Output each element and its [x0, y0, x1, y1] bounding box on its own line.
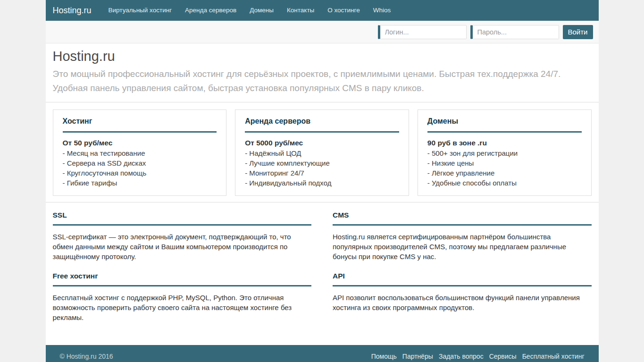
- info-sections: SSL SSL-сертификат — это электронный док…: [46, 202, 599, 345]
- login-bar: Войти: [46, 21, 599, 43]
- section-title: CMS: [333, 211, 592, 219]
- accent-divider: [53, 224, 312, 226]
- card-title: Домены: [427, 117, 582, 126]
- card-hosting: Хостинг От 50 руб/мес - Месяц на тестиро…: [53, 109, 227, 196]
- accent-divider: [63, 131, 217, 133]
- section-cms: CMS Hosting.ru является сертифицированны…: [333, 211, 592, 261]
- card-feature: - Месяц на тестирование: [63, 148, 217, 158]
- page-description: Это мощный профессиональный хостинг для …: [53, 67, 592, 95]
- card-feature: - Низкие цены: [427, 158, 582, 168]
- page-title: Hosting.ru: [53, 48, 592, 64]
- section-title: Free хостинг: [53, 272, 312, 280]
- card-title: Хостинг: [63, 117, 217, 126]
- copyright-text: © Hosting.ru 2016: [60, 353, 113, 360]
- password-input[interactable]: [470, 25, 559, 39]
- footer-links: Помощь Партнёры Задать вопрос Сервисы Бе…: [371, 353, 585, 360]
- card-feature: - Сервера на SSD дисках: [63, 158, 217, 168]
- card-feature: - Лучшие комплектующие: [245, 158, 399, 168]
- section-ssl: SSL SSL-сертификат — это электронный док…: [53, 211, 312, 261]
- section-free-hosting: Free хостинг Бесплатный хостинг с поддер…: [53, 272, 312, 322]
- footer: © Hosting.ru 2016 Помощь Партнёры Задать…: [46, 345, 599, 362]
- footer-link-ask-question[interactable]: Задать вопрос: [439, 353, 484, 360]
- section-text: Hosting.ru является сертифицированным па…: [333, 232, 590, 261]
- card-feature: - Удобные способы оплаты: [427, 178, 582, 188]
- card-feature: - Мониторинг 24/7: [245, 168, 399, 178]
- section-text: SSL-сертификат — это электронный докумен…: [53, 232, 310, 261]
- card-price: От 5000 руб/мес: [245, 139, 399, 147]
- card-feature: - 500+ зон для регистрации: [427, 148, 582, 158]
- card-feature: - Надёжный ЦОД: [245, 148, 399, 158]
- card-feature: - Лёгкое управление: [427, 168, 582, 178]
- card-feature: - Круглосуточная помощь: [63, 168, 217, 178]
- jumbotron: Hosting.ru Это мощный профессиональный х…: [46, 43, 599, 102]
- login-button[interactable]: Войти: [563, 25, 593, 39]
- card-feature: - Индивидуальный подход: [245, 178, 399, 188]
- login-input[interactable]: [378, 25, 467, 39]
- footer-link-free-hosting[interactable]: Бесплатный хостинг: [522, 353, 585, 360]
- section-api: API API позволит воспользоваться большин…: [333, 272, 592, 322]
- navbar: Hosting.ru Виртуальный хостинг Аренда се…: [46, 0, 599, 21]
- nav-item-contacts[interactable]: Контакты: [280, 0, 321, 21]
- footer-link-help[interactable]: Помощь: [371, 353, 397, 360]
- page-container: Hosting.ru Виртуальный хостинг Аренда се…: [46, 0, 599, 362]
- card-title: Аренда серверов: [245, 117, 399, 126]
- nav-item-domains[interactable]: Домены: [243, 0, 280, 21]
- offer-cards-row: Хостинг От 50 руб/мес - Месяц на тестиро…: [46, 102, 599, 202]
- nav-item-virtual-hosting[interactable]: Виртуальный хостинг: [102, 0, 179, 21]
- footer-link-services[interactable]: Сервисы: [489, 353, 517, 360]
- section-title: API: [333, 272, 592, 280]
- section-text: Бесплатный хостинг с поддержкой PHP, MyS…: [53, 293, 310, 322]
- nav-item-server-rent[interactable]: Аренда серверов: [178, 0, 243, 21]
- card-domains: Домены 90 руб в зоне .ru - 500+ зон для …: [418, 109, 592, 196]
- accent-divider: [245, 131, 399, 133]
- accent-divider: [427, 131, 582, 133]
- nav-item-whios[interactable]: Whios: [367, 0, 398, 21]
- card-feature: - Гибкие тарифы: [63, 178, 217, 188]
- accent-divider: [333, 224, 592, 226]
- card-server-rent: Аренда серверов От 5000 руб/мес - Надёжн…: [235, 109, 409, 196]
- section-title: SSL: [53, 211, 312, 219]
- accent-divider: [333, 285, 592, 286]
- card-price: 90 руб в зоне .ru: [427, 139, 582, 147]
- nav-item-about-hosting[interactable]: О хостинге: [321, 0, 366, 21]
- footer-link-partners[interactable]: Партнёры: [402, 353, 433, 360]
- accent-divider: [53, 285, 312, 286]
- card-price: От 50 руб/мес: [63, 139, 217, 147]
- section-text: API позволит воспользоваться большинство…: [333, 293, 590, 312]
- brand-logo[interactable]: Hosting.ru: [53, 6, 92, 16]
